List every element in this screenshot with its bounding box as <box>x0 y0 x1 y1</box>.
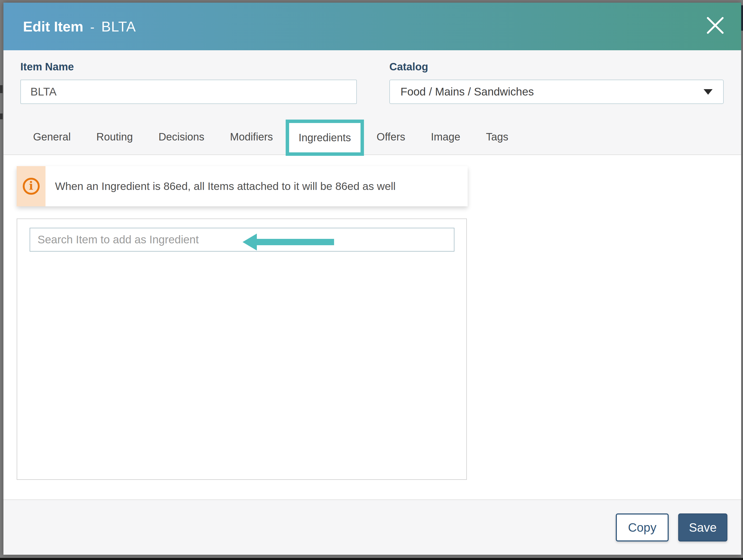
modal-title-action: Edit Item <box>23 18 83 35</box>
info-banner: i When an Ingredient is 86ed, all Items … <box>17 166 468 206</box>
catalog-selected-value: Food / Mains / Sandwiches <box>400 85 534 98</box>
tab-ingredients[interactable]: Ingredients <box>286 120 364 156</box>
info-icon: i <box>23 178 40 195</box>
modal-footer: Copy Save <box>3 500 741 555</box>
tab-decisions[interactable]: Decisions <box>159 131 204 143</box>
save-button[interactable]: Save <box>678 513 728 542</box>
page-edge-mark <box>0 85 3 93</box>
catalog-field-group: Catalog Food / Mains / Sandwiches <box>389 61 724 104</box>
info-banner-text: When an Ingredient is 86ed, all Items at… <box>45 166 396 206</box>
item-name-field-group: Item Name <box>20 61 357 104</box>
fields-section: Item Name Catalog Food / Mains / Sandwic… <box>3 50 741 104</box>
tab-tags[interactable]: Tags <box>486 131 509 143</box>
ingredient-search-input[interactable] <box>30 228 454 252</box>
info-icon-cell: i <box>17 166 45 206</box>
modal-header: Edit Item - BLTA <box>3 3 741 50</box>
close-button[interactable] <box>706 16 725 35</box>
close-icon <box>706 16 725 35</box>
edit-item-modal: Edit Item - BLTA Item Name Catalog Food … <box>3 3 741 555</box>
ingredients-tab-content: i When an Ingredient is 86ed, all Items … <box>3 155 741 500</box>
chevron-down-icon <box>704 89 712 95</box>
screen-bottom-bar <box>0 558 743 560</box>
tab-offers[interactable]: Offers <box>377 131 405 143</box>
page-title: Edit Item - BLTA <box>23 18 136 35</box>
page-edge-mark <box>0 114 3 119</box>
tab-image[interactable]: Image <box>431 131 460 143</box>
ingredients-panel <box>17 218 467 480</box>
tab-bar: General Routing Decisions Modifiers Ingr… <box>3 119 741 155</box>
modal-title-item-name: BLTA <box>101 18 136 35</box>
tab-routing[interactable]: Routing <box>96 131 133 143</box>
catalog-label: Catalog <box>389 61 724 73</box>
catalog-select[interactable]: Food / Mains / Sandwiches <box>389 80 724 104</box>
item-name-label: Item Name <box>20 61 357 73</box>
tab-modifiers[interactable]: Modifiers <box>230 131 273 143</box>
modal-title-separator: - <box>90 20 94 34</box>
item-name-input[interactable] <box>20 80 357 104</box>
copy-button[interactable]: Copy <box>616 513 669 542</box>
tab-general[interactable]: General <box>33 131 71 143</box>
